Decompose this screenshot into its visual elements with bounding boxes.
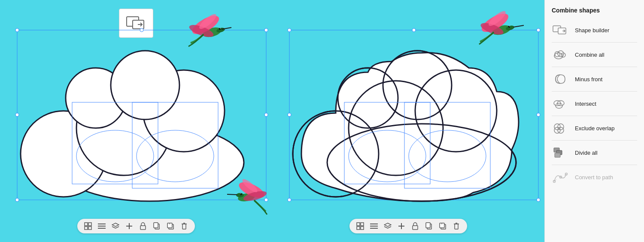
svg-rect-90 [357, 227, 360, 230]
svg-point-8 [15, 198, 19, 202]
sidebar-item-convert-to-path[interactable]: Convert to path [545, 166, 644, 188]
combine-all-label: Combine all [575, 52, 605, 58]
svg-point-10 [264, 198, 268, 202]
divider-6 [552, 165, 637, 165]
svg-rect-40 [88, 227, 91, 230]
sidebar: Combine shapes Shape builder Combine all [544, 0, 644, 242]
svg-point-56 [288, 28, 291, 32]
svg-point-57 [412, 28, 416, 32]
divide-all-label: Divide all [575, 150, 598, 156]
svg-point-16 [111, 51, 179, 119]
svg-rect-46 [140, 226, 146, 230]
sidebar-item-exclude-overlap[interactable]: Exclude overlap [545, 117, 644, 139]
svg-point-5 [264, 28, 268, 32]
svg-rect-38 [88, 223, 91, 226]
svg-point-118 [558, 127, 564, 133]
convert-to-path-label: Convert to path [575, 174, 613, 181]
svg-point-58 [537, 28, 540, 32]
intersect-label: Intersect [575, 101, 596, 107]
toolbar-copy-btn-r[interactable] [424, 221, 434, 231]
divide-all-icon [552, 146, 569, 159]
shape-builder-icon [552, 23, 569, 37]
toolbar-grid-btn[interactable] [83, 221, 93, 231]
toolbar-menu-btn[interactable] [97, 221, 106, 231]
toolbar-lock-btn-r[interactable] [410, 221, 420, 231]
svg-point-4 [140, 28, 143, 32]
divider-1 [552, 42, 637, 43]
divider-2 [552, 67, 637, 67]
minus-front-icon [552, 72, 569, 86]
toolbar-add-btn-r[interactable] [397, 221, 406, 231]
sidebar-title: Combine shapes [545, 5, 644, 19]
exclude-overlap-icon [552, 121, 569, 135]
toolbar-duplicate-btn[interactable] [166, 221, 175, 231]
shape-builder-label: Shape builder [575, 27, 609, 34]
combine-all-icon [552, 48, 569, 61]
svg-rect-121 [555, 153, 560, 157]
toolbar-lock-btn[interactable] [138, 221, 148, 231]
svg-rect-39 [85, 227, 88, 230]
sidebar-item-minus-front[interactable]: Minus front [545, 68, 644, 90]
canvas-area [0, 0, 544, 242]
sidebar-item-divide-all[interactable]: Divide all [545, 141, 644, 164]
sidebar-item-combine-all[interactable]: Combine all [545, 43, 644, 66]
divider-5 [552, 140, 637, 141]
intersect-icon [552, 97, 569, 110]
toolbar-layers-btn-r[interactable] [383, 221, 392, 231]
svg-rect-104 [455, 224, 458, 229]
svg-rect-88 [357, 223, 360, 226]
svg-point-61 [288, 198, 291, 202]
svg-rect-89 [361, 223, 364, 226]
svg-point-86 [508, 26, 510, 28]
svg-point-117 [554, 127, 560, 133]
sidebar-item-shape-builder[interactable]: Shape builder [545, 19, 644, 41]
sidebar-item-intersect[interactable]: Intersect [545, 92, 644, 115]
toolbar-delete-btn[interactable] [179, 221, 189, 231]
svg-point-7 [264, 113, 268, 116]
svg-point-60 [537, 113, 540, 116]
left-canvas-panel[interactable] [0, 0, 272, 242]
svg-point-59 [288, 113, 291, 116]
svg-point-87 [509, 26, 510, 27]
convert-to-path-icon [552, 170, 569, 184]
svg-rect-48 [154, 223, 158, 228]
svg-point-115 [554, 124, 560, 130]
toolbar-copy-btn[interactable] [152, 221, 161, 231]
toolbar-grid-btn-r[interactable] [355, 221, 365, 231]
svg-point-85 [487, 9, 508, 28]
svg-point-28 [220, 28, 221, 29]
svg-point-3 [15, 28, 19, 32]
right-canvas-panel[interactable] [272, 0, 544, 242]
toolbar-duplicate-btn-r[interactable] [438, 221, 447, 231]
svg-point-110 [558, 51, 564, 57]
toolbar-menu-btn-r[interactable] [369, 221, 379, 231]
divider-3 [552, 91, 637, 92]
toolbar-add-btn[interactable] [125, 221, 134, 231]
svg-rect-53 [182, 224, 186, 229]
right-toolbar [349, 219, 467, 233]
toolbar-layers-btn[interactable] [111, 221, 120, 231]
svg-point-116 [558, 124, 564, 130]
toolbar-delete-btn-r[interactable] [452, 221, 461, 231]
right-cloud-svg [289, 29, 542, 201]
svg-rect-97 [413, 226, 418, 230]
svg-point-6 [15, 113, 19, 116]
minus-front-label: Minus front [575, 76, 602, 83]
svg-rect-37 [85, 223, 88, 226]
divider-4 [552, 116, 637, 116]
svg-rect-91 [361, 227, 364, 230]
svg-rect-99 [426, 223, 430, 228]
left-cloud-svg [16, 29, 270, 201]
exclude-overlap-label: Exclude overlap [575, 125, 615, 132]
left-toolbar [77, 219, 195, 233]
svg-point-63 [537, 198, 540, 202]
svg-line-82 [513, 25, 524, 27]
svg-point-26 [197, 12, 219, 31]
